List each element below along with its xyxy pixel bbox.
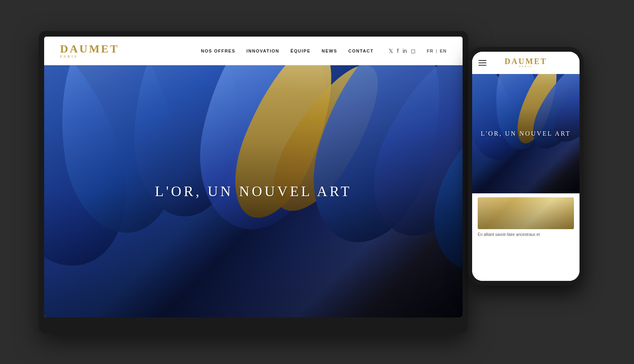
mobile-screen: DAUMET PARIS L'OR, U bbox=[472, 52, 580, 281]
desktop-logo-main: DAUMET bbox=[60, 43, 119, 55]
mobile-mockup: DAUMET PARIS L'OR, U bbox=[468, 47, 583, 286]
nav-link-innovation[interactable]: INNOVATION bbox=[247, 49, 279, 53]
desktop-nav-links: NOS OFFRES INNOVATION ÉQUIPE NEWS CONTAC… bbox=[201, 48, 447, 54]
lang-separator: | bbox=[436, 49, 438, 53]
nav-link-nos-offres[interactable]: NOS OFFRES bbox=[201, 49, 235, 53]
mobile-hero-title: L'OR, UN NOUVEL ART bbox=[481, 130, 571, 137]
nav-link-news[interactable]: NEWS bbox=[322, 49, 337, 53]
nav-link-contact[interactable]: CONTACT bbox=[348, 49, 373, 53]
desktop-hero: L'OR, UN NOUVEL ART bbox=[44, 65, 463, 317]
facebook-icon[interactable]: f bbox=[397, 48, 399, 54]
ham-line-3 bbox=[478, 65, 486, 66]
twitter-icon[interactable]: 𝕏 bbox=[389, 48, 393, 54]
ham-line-2 bbox=[478, 62, 486, 63]
ham-line-1 bbox=[478, 60, 486, 61]
lang-fr[interactable]: FR bbox=[427, 49, 434, 53]
linkedin-icon[interactable]: in bbox=[403, 48, 407, 54]
mobile-logo-sub: PARIS bbox=[519, 65, 533, 68]
desktop-screen: DAUMET PARIS NOS OFFRES INNOVATION ÉQUIP… bbox=[44, 37, 463, 317]
lang-block: FR | EN bbox=[427, 49, 447, 53]
hero-text-block: L'OR, UN NOUVEL ART bbox=[155, 183, 352, 200]
desktop-mockup: DAUMET PARIS NOS OFFRES INNOVATION ÉQUIP… bbox=[39, 31, 468, 333]
desktop-navbar: DAUMET PARIS NOS OFFRES INNOVATION ÉQUIP… bbox=[44, 37, 463, 65]
nav-link-equipe[interactable]: ÉQUIPE bbox=[290, 49, 311, 53]
mobile-content-text: En alliant savoir-faire ancestraux et bbox=[478, 232, 574, 237]
hero-title: L'OR, UN NOUVEL ART bbox=[155, 183, 352, 200]
mobile-hero-background: L'OR, UN NOUVEL ART bbox=[472, 74, 580, 193]
mobile-hero: L'OR, UN NOUVEL ART bbox=[472, 74, 580, 193]
mobile-logo-main: DAUMET bbox=[505, 57, 547, 65]
hero-background: L'OR, UN NOUVEL ART bbox=[44, 65, 463, 317]
lang-en[interactable]: EN bbox=[440, 49, 447, 53]
mobile-logo[interactable]: DAUMET PARIS bbox=[505, 57, 547, 68]
desktop-logo[interactable]: DAUMET PARIS bbox=[60, 43, 119, 58]
hamburger-menu[interactable] bbox=[478, 60, 486, 66]
mobile-navbar: DAUMET PARIS bbox=[472, 52, 580, 74]
mobile-content: En alliant savoir-faire ancestraux et bbox=[472, 193, 580, 281]
mobile-hero-text-block: L'OR, UN NOUVEL ART bbox=[481, 130, 571, 137]
nav-social-icons: 𝕏 f in ◻ bbox=[389, 48, 416, 54]
mobile-content-image bbox=[478, 197, 574, 229]
scene: DAUMET PARIS NOS OFFRES INNOVATION ÉQUIP… bbox=[39, 23, 595, 341]
instagram-icon[interactable]: ◻ bbox=[411, 48, 416, 54]
desktop-logo-sub: PARIS bbox=[60, 55, 78, 58]
